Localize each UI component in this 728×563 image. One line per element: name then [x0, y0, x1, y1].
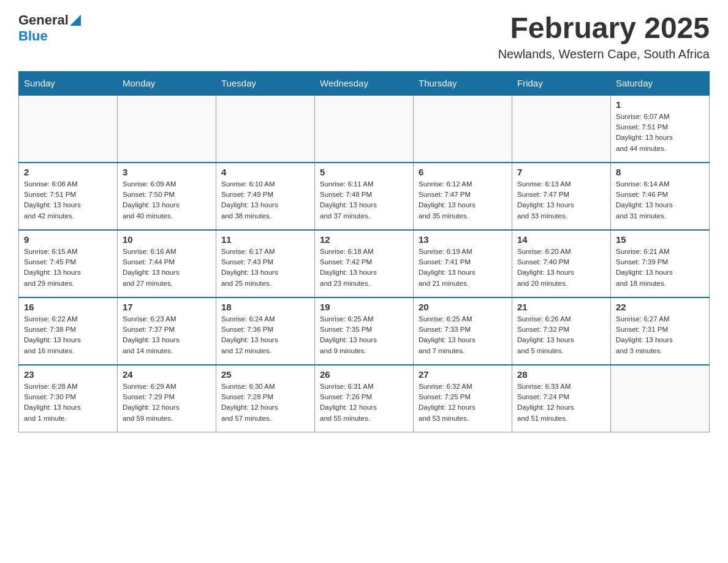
calendar-cell: 5Sunrise: 6:11 AMSunset: 7:48 PMDaylight… [315, 163, 414, 230]
calendar-cell: 6Sunrise: 6:12 AMSunset: 7:47 PMDaylight… [414, 163, 512, 230]
day-number: 10 [123, 234, 211, 245]
day-info: Sunrise: 6:17 AMSunset: 7:43 PMDaylight:… [221, 247, 309, 289]
day-number: 11 [221, 234, 309, 245]
day-info: Sunrise: 6:29 AMSunset: 7:29 PMDaylight:… [123, 381, 211, 424]
page-header: General Blue February 2025 Newlands, Wes… [18, 12, 710, 61]
day-number: 4 [221, 167, 309, 177]
calendar-cell [611, 365, 710, 432]
day-number: 22 [616, 302, 704, 312]
calendar-cell: 3Sunrise: 6:09 AMSunset: 7:50 PMDaylight… [118, 163, 216, 230]
day-info: Sunrise: 6:20 AMSunset: 7:40 PMDaylight:… [517, 247, 605, 289]
calendar-cell: 15Sunrise: 6:21 AMSunset: 7:39 PMDayligh… [611, 230, 710, 297]
day-number: 7 [517, 167, 605, 177]
day-number: 15 [616, 234, 704, 245]
day-number: 16 [24, 302, 112, 312]
month-title: February 2025 [498, 12, 710, 45]
col-thursday: Thursday [414, 71, 512, 95]
day-info: Sunrise: 6:25 AMSunset: 7:33 PMDaylight:… [419, 314, 507, 356]
day-info: Sunrise: 6:28 AMSunset: 7:30 PMDaylight:… [24, 381, 112, 424]
calendar-cell: 7Sunrise: 6:13 AMSunset: 7:47 PMDaylight… [512, 163, 611, 230]
day-info: Sunrise: 6:13 AMSunset: 7:47 PMDaylight:… [517, 179, 605, 221]
calendar-cell [118, 95, 216, 163]
day-info: Sunrise: 6:10 AMSunset: 7:49 PMDaylight:… [221, 179, 309, 221]
day-info: Sunrise: 6:09 AMSunset: 7:50 PMDaylight:… [123, 179, 211, 221]
calendar-cell: 2Sunrise: 6:08 AMSunset: 7:51 PMDaylight… [19, 163, 118, 230]
day-info: Sunrise: 6:14 AMSunset: 7:46 PMDaylight:… [616, 179, 704, 221]
day-info: Sunrise: 6:11 AMSunset: 7:48 PMDaylight:… [320, 179, 408, 221]
calendar-cell: 1Sunrise: 6:07 AMSunset: 7:51 PMDaylight… [611, 95, 710, 163]
day-number: 9 [24, 234, 112, 245]
day-number: 20 [419, 302, 507, 312]
calendar-week-row: 16Sunrise: 6:22 AMSunset: 7:38 PMDayligh… [19, 297, 710, 365]
calendar-cell: 17Sunrise: 6:23 AMSunset: 7:37 PMDayligh… [118, 297, 216, 365]
day-info: Sunrise: 6:27 AMSunset: 7:31 PMDaylight:… [616, 314, 704, 356]
calendar-cell: 16Sunrise: 6:22 AMSunset: 7:38 PMDayligh… [19, 297, 118, 365]
col-friday: Friday [512, 71, 611, 95]
day-number: 18 [221, 302, 309, 312]
col-saturday: Saturday [611, 71, 710, 95]
day-info: Sunrise: 6:15 AMSunset: 7:45 PMDaylight:… [24, 247, 112, 289]
day-info: Sunrise: 6:26 AMSunset: 7:32 PMDaylight:… [517, 314, 605, 356]
day-number: 26 [320, 369, 408, 380]
location-title: Newlands, Western Cape, South Africa [498, 47, 710, 61]
logo-blue: Blue [18, 28, 48, 44]
calendar-week-row: 23Sunrise: 6:28 AMSunset: 7:30 PMDayligh… [19, 365, 710, 432]
calendar-cell: 22Sunrise: 6:27 AMSunset: 7:31 PMDayligh… [611, 297, 710, 365]
day-number: 19 [320, 302, 408, 312]
day-number: 13 [419, 234, 507, 245]
title-section: February 2025 Newlands, Western Cape, So… [498, 12, 710, 61]
day-info: Sunrise: 6:25 AMSunset: 7:35 PMDaylight:… [320, 314, 408, 356]
day-number: 12 [320, 234, 408, 245]
day-number: 14 [517, 234, 605, 245]
day-info: Sunrise: 6:24 AMSunset: 7:36 PMDaylight:… [221, 314, 309, 356]
calendar-cell: 26Sunrise: 6:31 AMSunset: 7:26 PMDayligh… [315, 365, 414, 432]
day-number: 21 [517, 302, 605, 312]
calendar-cell [512, 95, 611, 163]
calendar-week-row: 9Sunrise: 6:15 AMSunset: 7:45 PMDaylight… [19, 230, 710, 297]
calendar-cell [414, 95, 512, 163]
day-info: Sunrise: 6:18 AMSunset: 7:42 PMDaylight:… [320, 247, 408, 289]
calendar-cell: 12Sunrise: 6:18 AMSunset: 7:42 PMDayligh… [315, 230, 414, 297]
calendar-cell: 23Sunrise: 6:28 AMSunset: 7:30 PMDayligh… [19, 365, 118, 432]
day-number: 8 [616, 167, 704, 177]
logo-triangle-icon [70, 15, 81, 26]
calendar-cell: 8Sunrise: 6:14 AMSunset: 7:46 PMDaylight… [611, 163, 710, 230]
day-number: 3 [123, 167, 211, 177]
day-info: Sunrise: 6:07 AMSunset: 7:51 PMDaylight:… [616, 112, 704, 154]
day-number: 28 [517, 369, 605, 380]
day-number: 25 [221, 369, 309, 380]
day-info: Sunrise: 6:30 AMSunset: 7:28 PMDaylight:… [221, 381, 309, 424]
logo-general: General [18, 12, 69, 28]
logo: General Blue [18, 12, 81, 44]
col-monday: Monday [118, 71, 216, 95]
day-info: Sunrise: 6:32 AMSunset: 7:25 PMDaylight:… [419, 381, 507, 424]
calendar-table: Sunday Monday Tuesday Wednesday Thursday… [18, 71, 710, 433]
day-info: Sunrise: 6:22 AMSunset: 7:38 PMDaylight:… [24, 314, 112, 356]
calendar-cell: 10Sunrise: 6:16 AMSunset: 7:44 PMDayligh… [118, 230, 216, 297]
day-info: Sunrise: 6:21 AMSunset: 7:39 PMDaylight:… [616, 247, 704, 289]
day-number: 17 [123, 302, 211, 312]
calendar-cell [19, 95, 118, 163]
day-number: 27 [419, 369, 507, 380]
day-info: Sunrise: 6:33 AMSunset: 7:24 PMDaylight:… [517, 381, 605, 424]
day-info: Sunrise: 6:08 AMSunset: 7:51 PMDaylight:… [24, 179, 112, 221]
calendar-cell: 11Sunrise: 6:17 AMSunset: 7:43 PMDayligh… [216, 230, 315, 297]
calendar-cell [216, 95, 315, 163]
calendar-cell: 13Sunrise: 6:19 AMSunset: 7:41 PMDayligh… [414, 230, 512, 297]
calendar-cell: 25Sunrise: 6:30 AMSunset: 7:28 PMDayligh… [216, 365, 315, 432]
day-info: Sunrise: 6:12 AMSunset: 7:47 PMDaylight:… [419, 179, 507, 221]
calendar-cell: 20Sunrise: 6:25 AMSunset: 7:33 PMDayligh… [414, 297, 512, 365]
calendar-week-row: 2Sunrise: 6:08 AMSunset: 7:51 PMDaylight… [19, 163, 710, 230]
calendar-cell: 19Sunrise: 6:25 AMSunset: 7:35 PMDayligh… [315, 297, 414, 365]
calendar-cell: 28Sunrise: 6:33 AMSunset: 7:24 PMDayligh… [512, 365, 611, 432]
calendar-cell: 21Sunrise: 6:26 AMSunset: 7:32 PMDayligh… [512, 297, 611, 365]
day-number: 23 [24, 369, 112, 380]
calendar-cell [315, 95, 414, 163]
day-info: Sunrise: 6:16 AMSunset: 7:44 PMDaylight:… [123, 247, 211, 289]
day-info: Sunrise: 6:19 AMSunset: 7:41 PMDaylight:… [419, 247, 507, 289]
col-tuesday: Tuesday [216, 71, 315, 95]
calendar-cell: 9Sunrise: 6:15 AMSunset: 7:45 PMDaylight… [19, 230, 118, 297]
calendar-cell: 14Sunrise: 6:20 AMSunset: 7:40 PMDayligh… [512, 230, 611, 297]
day-number: 6 [419, 167, 507, 177]
calendar-cell: 27Sunrise: 6:32 AMSunset: 7:25 PMDayligh… [414, 365, 512, 432]
